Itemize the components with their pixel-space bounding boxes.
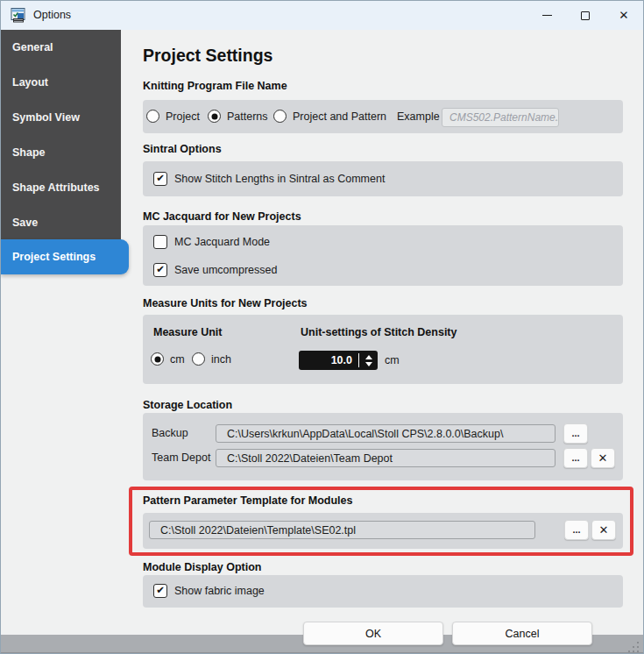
checkbox-unchecked-icon: ✔ bbox=[153, 235, 167, 249]
browse-icon: ... bbox=[572, 525, 580, 535]
sidebar-item-save[interactable]: Save bbox=[1, 205, 121, 240]
team-depot-label: Team Depot bbox=[152, 451, 210, 464]
radio-icon bbox=[192, 352, 205, 366]
clear-icon: ✕ bbox=[599, 524, 609, 536]
options-dialog: Options ✕ General Layout Symbol View Sha… bbox=[0, 0, 644, 654]
radio-patterns[interactable]: Patterns bbox=[208, 110, 268, 123]
section-title-template: Pattern Parameter Template for Modules bbox=[143, 494, 352, 507]
template-clear-button[interactable]: ✕ bbox=[591, 520, 616, 540]
radio-icon bbox=[273, 110, 287, 123]
radio-inch[interactable]: inch bbox=[192, 352, 231, 366]
minimize-icon bbox=[542, 15, 552, 16]
backup-path-field[interactable]: C:\Users\krkun\AppData\Local\Stoll CPS\2… bbox=[216, 424, 556, 443]
checkbox-save-uncompressed[interactable]: ✔ Save umcompressed bbox=[153, 263, 277, 277]
title-bar: Options ✕ bbox=[1, 1, 643, 30]
measure-panel bbox=[143, 315, 623, 384]
section-title-knitting: Knitting Program File Name bbox=[143, 80, 287, 92]
cancel-button[interactable]: Cancel bbox=[452, 622, 592, 645]
radio-project[interactable]: Project bbox=[146, 110, 200, 123]
radio-icon bbox=[146, 110, 159, 123]
radio-selected-icon bbox=[151, 352, 164, 366]
example-filename-field: CMS502.PatternName.zip bbox=[442, 108, 559, 127]
density-subtitle: Unit-settings of Stitch Density bbox=[301, 326, 456, 338]
sidebar-item-shape-attributes[interactable]: Shape Attributes bbox=[1, 170, 121, 205]
spinner-arrows[interactable] bbox=[359, 355, 378, 366]
close-icon: ✕ bbox=[619, 10, 628, 22]
stitch-density-value: 10.0 bbox=[299, 354, 358, 366]
section-title-measure: Measure Units for New Projects bbox=[143, 297, 308, 309]
minimize-button[interactable] bbox=[527, 1, 566, 30]
density-unit-label: cm bbox=[385, 354, 400, 366]
template-browse-button[interactable]: ... bbox=[564, 520, 589, 540]
clear-icon: ✕ bbox=[598, 452, 608, 464]
example-label: Example bbox=[397, 110, 440, 123]
browse-icon: ... bbox=[571, 453, 579, 463]
app-icon bbox=[11, 8, 25, 23]
close-button[interactable]: ✕ bbox=[605, 1, 643, 30]
checkbox-mc-jacquard-mode[interactable]: ✔ MC Jacquard Mode bbox=[153, 235, 270, 249]
sidebar-item-project-settings[interactable]: Project Settings bbox=[1, 239, 129, 274]
maximize-icon bbox=[581, 11, 590, 20]
spin-down-icon[interactable] bbox=[365, 362, 372, 366]
sidebar-item-symbol-view[interactable]: Symbol View bbox=[1, 100, 121, 135]
backup-browse-button[interactable]: ... bbox=[563, 423, 588, 444]
checkbox-checked-icon: ✔ bbox=[153, 584, 167, 598]
measure-unit-subtitle: Measure Unit bbox=[153, 326, 223, 338]
browse-icon: ... bbox=[571, 429, 579, 438]
maximize-button[interactable] bbox=[566, 1, 605, 30]
stitch-density-stepper[interactable]: 10.0 bbox=[299, 351, 378, 370]
checkbox-show-fabric-image[interactable]: ✔ Show fabric image bbox=[153, 584, 265, 598]
template-path-field[interactable]: C:\Stoll 2022\Dateien\Template\SE02.tpl bbox=[149, 521, 535, 539]
section-title-jacquard: MC Jacquard for New Projects bbox=[143, 210, 301, 223]
section-title-module: Module Display Option bbox=[143, 561, 261, 573]
sidebar-item-shape[interactable]: Shape bbox=[1, 135, 121, 170]
team-depot-path-field[interactable]: C:\Stoll 2022\Dateien\Team Depot bbox=[216, 449, 556, 467]
section-title-sintral: Sintral Options bbox=[143, 143, 222, 155]
checkbox-checked-icon: ✔ bbox=[153, 263, 167, 277]
backup-label: Backup bbox=[152, 427, 188, 439]
sidebar-item-layout[interactable]: Layout bbox=[1, 65, 121, 100]
page-title: Project Settings bbox=[143, 46, 272, 66]
checkbox-stitch-lengths[interactable]: ✔ Show Stitch Lengths in Sintral as Comm… bbox=[153, 172, 385, 186]
radio-cm[interactable]: cm bbox=[151, 352, 185, 366]
ok-button[interactable]: OK bbox=[303, 622, 443, 645]
spin-up-icon[interactable] bbox=[365, 355, 372, 359]
sidebar-item-general[interactable]: General bbox=[1, 30, 121, 65]
checkbox-checked-icon: ✔ bbox=[153, 172, 167, 186]
storage-panel bbox=[143, 413, 623, 480]
window-title: Options bbox=[33, 1, 71, 30]
radio-project-and-pattern[interactable]: Project and Pattern bbox=[273, 110, 386, 123]
resize-grip[interactable] bbox=[628, 642, 639, 652]
team-depot-browse-button[interactable]: ... bbox=[563, 448, 588, 468]
section-title-storage: Storage Location bbox=[143, 399, 232, 411]
radio-selected-icon bbox=[208, 110, 221, 123]
team-depot-clear-button[interactable]: ✕ bbox=[591, 448, 615, 468]
